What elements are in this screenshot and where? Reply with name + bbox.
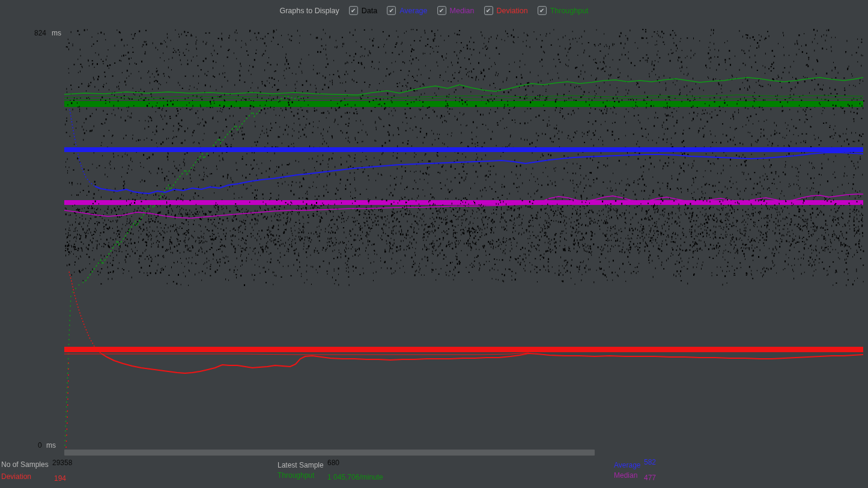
average-label: Average	[614, 461, 640, 469]
checkbox-throughput[interactable]: ✔ Throughput	[538, 6, 589, 15]
throughput-value: 1 045,706/minute	[327, 473, 383, 481]
median-value: 477	[644, 474, 656, 482]
y-axis-min-unit: ms	[46, 441, 56, 450]
y-axis-min-value: 0	[38, 441, 42, 450]
checkbox-deviation[interactable]: ✔ Deviation	[484, 6, 528, 15]
graphs-to-display-label: Graphs to Display	[279, 7, 339, 15]
average-value: 582	[644, 458, 656, 466]
no-of-samples-value: 29358	[52, 459, 72, 467]
deviation-value: 194	[54, 474, 66, 483]
graphs-to-display-bar: Graphs to Display ✔ Data ✔ Average ✔ Med…	[0, 6, 868, 15]
median-label: Median	[614, 471, 637, 480]
graph-plot-canvas	[0, 0, 868, 488]
deviation-label: Deviation	[1, 472, 31, 481]
checkbox-check-icon[interactable]: ✔	[538, 6, 547, 15]
no-of-samples-label: No of Samples	[1, 460, 49, 469]
checkbox-data[interactable]: ✔ Data	[349, 6, 377, 15]
checkbox-average-label: Average	[399, 7, 427, 15]
y-axis-max-value: 824	[34, 29, 46, 37]
checkbox-deviation-label: Deviation	[497, 7, 528, 15]
checkbox-throughput-label: Throughput	[550, 7, 589, 15]
checkbox-data-label: Data	[362, 7, 377, 15]
throughput-label: Throughput	[278, 471, 314, 480]
checkbox-check-icon[interactable]: ✔	[349, 6, 358, 15]
checkbox-check-icon[interactable]: ✔	[387, 6, 396, 15]
checkbox-median[interactable]: ✔ Median	[437, 6, 475, 15]
checkbox-check-icon[interactable]: ✔	[484, 6, 493, 15]
latest-sample-label: Latest Sample	[278, 461, 324, 469]
latest-sample-value: 680	[327, 459, 339, 467]
checkbox-average[interactable]: ✔ Average	[387, 6, 427, 15]
y-axis-max-unit: ms	[52, 29, 61, 37]
checkbox-median-label: Median	[450, 7, 475, 15]
horizontal-scrollbar[interactable]	[64, 450, 595, 456]
checkbox-check-icon[interactable]: ✔	[437, 6, 446, 15]
